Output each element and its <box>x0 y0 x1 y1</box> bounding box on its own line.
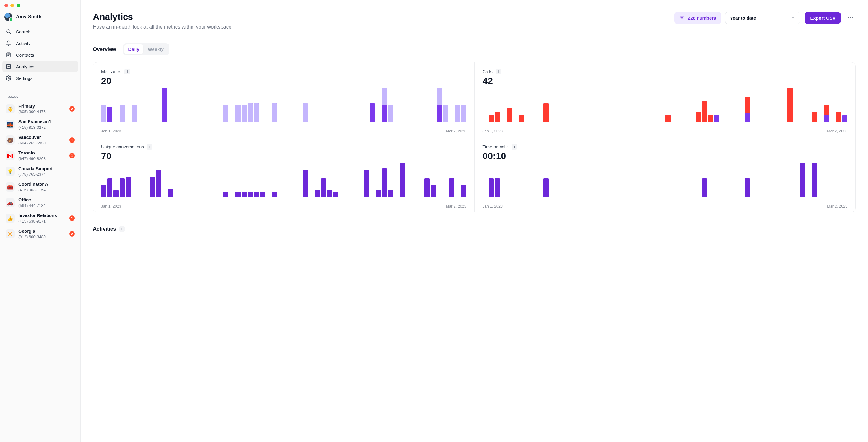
inbox-item[interactable]: 👋Primary(805) 900-44752 <box>3 101 77 117</box>
inbox-item[interactable]: 🧰Coordinator A(415) 903-1154 <box>3 179 77 195</box>
inbox-phone: (564) 444-7134 <box>19 203 75 208</box>
overview-label: Overview <box>93 46 116 53</box>
inbox-name: Vancouver <box>19 135 66 140</box>
inbox-emoji-icon: 👋 <box>5 104 15 114</box>
nav-item-activity[interactable]: Activity <box>2 37 78 49</box>
contacts-icon <box>5 52 12 58</box>
profile-name: Amy Smith <box>16 14 42 20</box>
inbox-name: Georgia <box>19 229 66 234</box>
inbox-emoji-icon: 🚗 <box>5 198 15 207</box>
chart-axis: Jan 1, 2023Mar 2, 2023 <box>483 129 848 133</box>
inbox-emoji-icon: 👍 <box>5 214 15 223</box>
info-icon[interactable]: i <box>147 144 152 150</box>
inbox-emoji-icon: 🇨🇦 <box>5 151 15 160</box>
inbox-item[interactable]: 👍Investor Relations(415) 638-91711 <box>3 211 77 226</box>
info-icon[interactable]: i <box>496 69 501 74</box>
inbox-name: Office <box>19 197 75 202</box>
axis-start: Jan 1, 2023 <box>101 129 121 133</box>
inbox-phone: (604) 262-6950 <box>19 141 66 146</box>
bell-icon <box>5 40 12 46</box>
inbox-name: Canada Support <box>19 166 75 171</box>
inbox-phone: (805) 900-4475 <box>19 109 66 114</box>
inbox-name: San Francisco1 <box>19 119 75 124</box>
page-header: Analytics Have an in-depth look at all t… <box>93 12 856 30</box>
chart-bars <box>483 163 848 202</box>
axis-end: Mar 2, 2023 <box>446 204 466 209</box>
inbox-item[interactable]: 💡Canada Support(778) 765-2374 <box>3 164 77 179</box>
unread-badge: 1 <box>69 216 75 221</box>
nav-item-contacts[interactable]: Contacts <box>2 49 78 61</box>
inbox-meta: Investor Relations(415) 638-9171 <box>19 213 66 224</box>
nav-label: Analytics <box>16 64 34 69</box>
profile-block[interactable]: Amy Smith <box>0 10 80 26</box>
inbox-emoji-icon: 🧰 <box>5 182 15 192</box>
chart-bars <box>101 88 466 127</box>
more-options-button[interactable] <box>845 13 856 23</box>
inbox-item[interactable]: 🌉San Francisco1(415) 818-0272 <box>3 117 77 132</box>
nav-label: Search <box>16 29 31 34</box>
chart-axis: Jan 1, 2023Mar 2, 2023 <box>483 204 848 209</box>
inbox-meta: Vancouver(604) 262-6950 <box>19 135 66 146</box>
filter-label: 228 numbers <box>688 15 716 21</box>
page-title: Analytics <box>93 12 231 22</box>
date-range-select[interactable]: Year to date <box>725 12 800 24</box>
info-icon[interactable]: i <box>512 144 517 150</box>
inboxes-list: 👋Primary(805) 900-44752🌉San Francisco1(4… <box>0 101 80 248</box>
axis-start: Jan 1, 2023 <box>483 129 503 133</box>
inbox-item[interactable]: 🔅Georgia(912) 600-34892 <box>3 226 77 242</box>
inbox-phone: (912) 600-3489 <box>19 234 66 240</box>
info-icon[interactable]: i <box>124 69 130 74</box>
activities-header: Activities i <box>93 226 856 232</box>
minimize-window-icon[interactable] <box>10 4 14 7</box>
unread-badge: 2 <box>69 106 75 112</box>
nav-label: Activity <box>16 41 31 46</box>
chart-axis: Jan 1, 2023Mar 2, 2023 <box>101 204 466 209</box>
nav-item-analytics[interactable]: Analytics <box>2 61 78 72</box>
chart-value: 00:10 <box>483 151 848 161</box>
inbox-phone: (415) 638-9171 <box>19 219 66 224</box>
more-icon <box>847 14 854 22</box>
unread-badge: 1 <box>69 137 75 143</box>
inbox-phone: (415) 818-0272 <box>19 125 75 130</box>
inboxes-section-title: Inboxes <box>0 92 80 101</box>
chart-title: Time on calls <box>483 145 509 149</box>
page-subtitle: Have an in-depth look at all the metrics… <box>93 24 231 30</box>
nav-item-settings[interactable]: Settings <box>2 72 78 84</box>
analytics-icon <box>5 63 12 70</box>
window-traffic-lights <box>0 0 80 10</box>
avatar <box>4 13 12 21</box>
inbox-name: Toronto <box>19 151 66 156</box>
tab-daily[interactable]: Daily <box>124 44 144 54</box>
chart-title: Calls <box>483 69 493 74</box>
inbox-item[interactable]: 🇨🇦Toronto(647) 490-82681 <box>3 148 77 164</box>
chart-panel-calls: Callsi42Jan 1, 2023Mar 2, 2023 <box>474 62 856 137</box>
inbox-meta: Primary(805) 900-4475 <box>19 104 66 114</box>
chart-axis: Jan 1, 2023Mar 2, 2023 <box>101 129 466 133</box>
inbox-meta: Toronto(647) 490-8268 <box>19 151 66 161</box>
axis-end: Mar 2, 2023 <box>827 204 847 209</box>
info-icon[interactable]: i <box>119 226 125 232</box>
export-csv-button[interactable]: Export CSV <box>805 12 841 24</box>
search-icon <box>5 29 12 35</box>
tab-weekly[interactable]: Weekly <box>144 44 168 54</box>
divider <box>0 89 80 89</box>
chevron-down-icon <box>791 15 796 21</box>
axis-end: Mar 2, 2023 <box>827 129 847 133</box>
svg-point-0 <box>7 30 10 33</box>
axis-end: Mar 2, 2023 <box>446 129 466 133</box>
unread-badge: 2 <box>69 231 75 236</box>
inbox-item[interactable]: 🐻Vancouver(604) 262-69501 <box>3 132 77 148</box>
nav-label: Contacts <box>16 53 34 58</box>
inbox-name: Coordinator A <box>19 182 75 187</box>
chart-bars <box>101 163 466 202</box>
inbox-item[interactable]: 🚗Office(564) 444-7134 <box>3 195 77 211</box>
nav-item-search[interactable]: Search <box>2 26 78 37</box>
close-window-icon[interactable] <box>4 4 8 7</box>
maximize-window-icon[interactable] <box>17 4 20 7</box>
svg-point-7 <box>8 77 9 79</box>
chart-panel-unique_conversations: Unique conversationsi70Jan 1, 2023Mar 2,… <box>93 137 474 212</box>
axis-start: Jan 1, 2023 <box>483 204 503 209</box>
filter-numbers-button[interactable]: 228 numbers <box>674 12 721 24</box>
axis-start: Jan 1, 2023 <box>101 204 121 209</box>
chart-title: Unique conversations <box>101 145 144 149</box>
